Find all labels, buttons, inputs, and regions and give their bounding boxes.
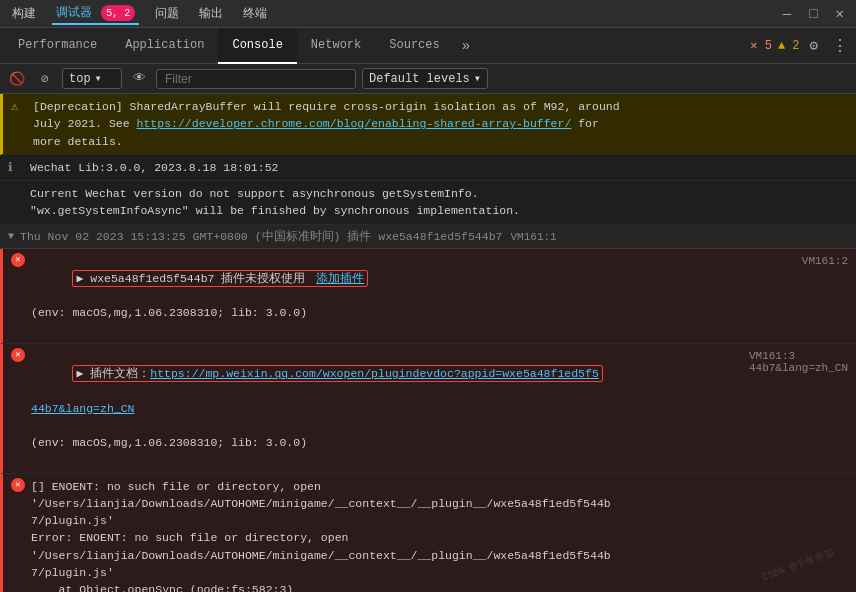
deprecation-link[interactable]: https://developer.chrome.com/blog/enabli… <box>137 117 572 130</box>
log-text-enoent: [] ENOENT: no such file or directory, op… <box>31 478 848 593</box>
plugin-error-box: ▶ wxe5a48f1ed5f544b7 插件未授权使用 添加插件 <box>72 270 368 287</box>
clear-console-button[interactable]: 🚫 <box>6 68 28 90</box>
log-source-vm161-2: VM161:2 <box>802 255 848 267</box>
tab-bar-right: ✕ 5 ▲ 2 ⚙ ⋮ <box>750 36 852 56</box>
log-source-vm161-34b: 44b7&lang=zh_CN <box>749 362 848 374</box>
console-toolbar: 🚫 ⊘ top ▾ 👁 Default levels ▾ <box>0 64 856 94</box>
plugin-doc-box: ▶ 插件文档：https://mp.weixin.qq.com/wxopen/p… <box>72 365 602 382</box>
settings-button[interactable]: ⚙ <box>806 37 822 54</box>
tab-bar: Performance Application Console Network … <box>0 28 856 64</box>
group-header-text: Thu Nov 02 2023 15:13:25 GMT+0800 (中国标准时… <box>20 229 502 244</box>
log-text-deprecation: [Deprecation] SharedArrayBuffer will req… <box>33 98 848 150</box>
error-circle-icon-3: ✕ <box>11 478 25 492</box>
log-entry-plugin-unauth: ✕ ▶ wxe5a48f1ed5f544b7 插件未授权使用 添加插件 (env… <box>0 249 856 344</box>
log-entry-wechat-lib: ℹ Wechat Lib:3.0.0, 2023.8.18 18:01:52 <box>0 155 856 181</box>
plugin-lang-link[interactable]: 44b7&lang=zh_CN <box>31 402 135 415</box>
log-levels-selector[interactable]: Default levels ▾ <box>362 68 488 89</box>
tab-application[interactable]: Application <box>111 28 218 64</box>
log-entry-plugin-doc: ✕ ▶ 插件文档：https://mp.weixin.qq.com/wxopen… <box>0 344 856 474</box>
tab-console[interactable]: Console <box>218 28 296 64</box>
log-text-plugin-doc: ▶ 插件文档：https://mp.weixin.qq.com/wxopen/p… <box>31 348 741 469</box>
close-button[interactable]: ✕ <box>832 5 848 22</box>
error-count-badge: ✕ 5 <box>750 38 772 53</box>
add-plugin-link[interactable]: 添加插件 <box>316 270 364 287</box>
title-item-output[interactable]: 输出 <box>195 3 227 24</box>
title-bar-left: 构建 调试器 5, 2 问题 输出 终端 <box>8 2 271 26</box>
error-circle-icon-2: ✕ <box>11 348 25 362</box>
console-content: ⚠ [Deprecation] SharedArrayBuffer will r… <box>0 94 856 592</box>
log-entry-deprecation: ⚠ [Deprecation] SharedArrayBuffer will r… <box>0 94 856 155</box>
title-item-terminal[interactable]: 终端 <box>239 3 271 24</box>
log-text-wechat-lib: Wechat Lib:3.0.0, 2023.8.18 18:01:52 <box>30 159 848 176</box>
warn-icon: ⚠ <box>11 99 27 114</box>
title-bar: 构建 调试器 5, 2 问题 输出 终端 — □ ✕ <box>0 0 856 28</box>
log-entry-wechat-version: Current Wechat version do not support as… <box>0 181 856 225</box>
log-text-wechat-version: Current Wechat version do not support as… <box>30 185 848 220</box>
tab-network[interactable]: Network <box>297 28 375 64</box>
collapse-icon: ▼ <box>8 231 14 242</box>
log-group-header[interactable]: ▼ Thu Nov 02 2023 15:13:25 GMT+0800 (中国标… <box>0 225 856 249</box>
debugger-badge: 5, 2 <box>101 5 135 21</box>
tab-performance[interactable]: Performance <box>4 28 111 64</box>
plugin-doc-link[interactable]: https://mp.weixin.qq.com/wxopen/pluginde… <box>150 367 599 380</box>
group-source: VM161:1 <box>510 231 556 243</box>
title-item-debugger[interactable]: 调试器 5, 2 <box>52 2 139 26</box>
tab-sources[interactable]: Sources <box>375 28 453 64</box>
live-expression-button[interactable]: 👁 <box>128 68 150 90</box>
title-item-build[interactable]: 构建 <box>8 3 40 24</box>
log-source-vm161-34: VM161:344b7&lang=zh_CN <box>749 350 848 374</box>
log-text-plugin-unauth: ▶ wxe5a48f1ed5f544b7 插件未授权使用 添加插件 (env: … <box>31 253 794 339</box>
filter-input[interactable] <box>156 69 356 89</box>
warn-count-badge: ▲ 2 <box>778 39 800 53</box>
minimize-button[interactable]: — <box>779 6 795 22</box>
tab-more-button[interactable]: » <box>454 38 478 54</box>
filter-toggle-button[interactable]: ⊘ <box>34 68 56 90</box>
maximize-button[interactable]: □ <box>805 6 821 22</box>
error-circle-icon: ✕ <box>11 253 25 267</box>
log-entry-enoent: ✕ [] ENOENT: no such file or directory, … <box>0 474 856 593</box>
context-selector[interactable]: top ▾ <box>62 68 122 89</box>
more-options-button[interactable]: ⋮ <box>828 36 852 56</box>
info-icon: ℹ <box>8 160 24 175</box>
title-item-issues[interactable]: 问题 <box>151 3 183 24</box>
title-bar-right: — □ ✕ <box>779 5 848 22</box>
